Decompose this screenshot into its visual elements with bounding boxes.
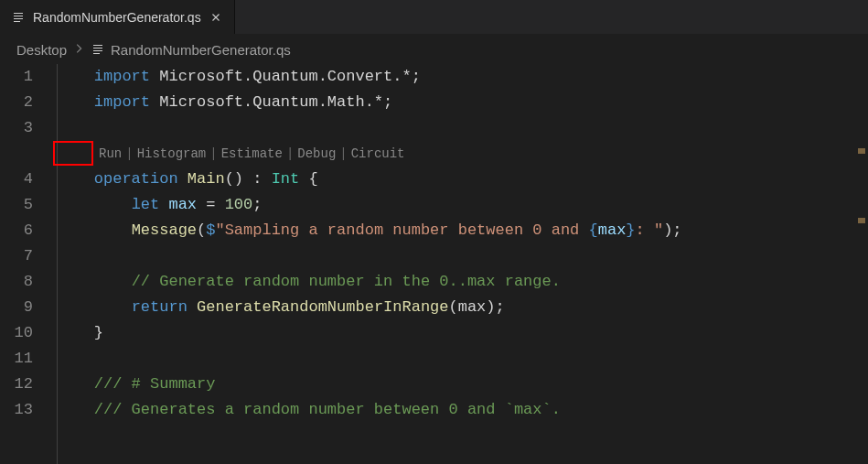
code-line: import Microsoft.Quantum.Convert.*;	[57, 64, 868, 90]
code-area[interactable]: import Microsoft.Quantum.Convert.*; impo…	[46, 64, 868, 464]
line-number-gutter: 1 2 3 4 5 6 7 8 9 10 11 12 13	[0, 64, 46, 464]
codelens-run[interactable]: Run	[99, 141, 122, 167]
line-number: 13	[0, 397, 33, 423]
code-line: return GenerateRandomNumberInRange(max);	[57, 295, 868, 320]
scroll-marker	[858, 218, 865, 223]
codelens-debug[interactable]: Debug	[297, 141, 336, 167]
code-line: // Generate random number in the 0..max …	[57, 269, 868, 295]
code-line: Message($"Sampling a random number betwe…	[57, 218, 868, 243]
codelens-histogram[interactable]: Histogram	[137, 141, 207, 167]
breadcrumb: Desktop RandomNumberGenerator.qs	[0, 35, 868, 64]
code-line: operation Main() : Int {	[57, 167, 868, 192]
editor-tab[interactable]: RandomNumberGenerator.qs	[0, 0, 235, 34]
file-icon	[11, 10, 26, 25]
line-number: 7	[0, 243, 33, 269]
line-number: 6	[0, 218, 33, 243]
code-line: }	[57, 320, 868, 346]
code-line	[57, 115, 868, 141]
breadcrumb-folder[interactable]: Desktop	[16, 42, 67, 58]
breadcrumb-file[interactable]: RandomNumberGenerator.qs	[111, 42, 291, 58]
line-number: 11	[0, 346, 33, 372]
code-lens: Run | Histogram | Estimate | Debug | Cir…	[57, 141, 868, 167]
line-number: 8	[0, 269, 33, 295]
line-number: 9	[0, 295, 33, 320]
code-line: /// Generates a random number between 0 …	[57, 397, 868, 423]
code-editor[interactable]: 1 2 3 4 5 6 7 8 9 10 11 12 13 import Mic…	[0, 64, 868, 464]
line-number: 10	[0, 320, 33, 346]
line-number: 5	[0, 192, 33, 218]
scroll-marker	[858, 148, 865, 154]
file-icon	[91, 42, 105, 57]
close-icon[interactable]	[209, 10, 223, 25]
code-line: import Microsoft.Quantum.Math.*;	[57, 90, 868, 115]
codelens-circuit[interactable]: Circuit	[351, 141, 405, 167]
chevron-right-icon	[72, 42, 85, 58]
code-line: let max = 100;	[57, 192, 868, 218]
codelens-estimate[interactable]: Estimate	[221, 141, 283, 167]
line-number: 4	[0, 167, 33, 192]
tab-spacer	[235, 0, 868, 34]
line-number: 1	[0, 64, 33, 90]
line-number: 3	[0, 115, 33, 141]
scrollbar[interactable]	[855, 64, 868, 464]
code-line: /// # Summary	[57, 372, 868, 397]
line-number: 12	[0, 372, 33, 397]
line-number: 2	[0, 90, 33, 115]
code-line	[57, 346, 868, 372]
highlight-box	[53, 141, 93, 166]
tab-bar: RandomNumberGenerator.qs	[0, 0, 868, 35]
tab-filename: RandomNumberGenerator.qs	[33, 10, 201, 25]
code-line	[57, 243, 868, 269]
